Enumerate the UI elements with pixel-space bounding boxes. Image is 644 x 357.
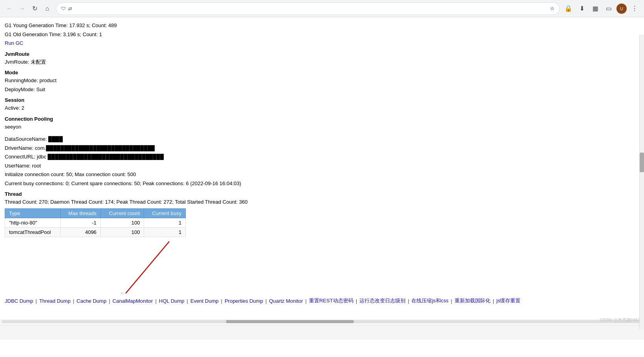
table-cell-max: 4096 bbox=[60, 227, 100, 237]
reload-button[interactable]: ↻ bbox=[29, 3, 40, 14]
run-gc-link[interactable]: Run GC bbox=[5, 39, 639, 47]
link-separator: | bbox=[451, 298, 452, 304]
bottom-link-item: 运行态改变日志级别| bbox=[359, 297, 411, 304]
bottom-link-item: 在线压缩js和css| bbox=[411, 297, 454, 304]
current-connections: Current busy connections: 0; Current spa… bbox=[5, 180, 639, 188]
bottom-link-anchor[interactable]: js缓存重置 bbox=[496, 297, 520, 304]
browser-toolbar: ← → ↻ ⌂ 🛡 ⇄ 192.168.43.██████████ ngr/mo… bbox=[0, 0, 644, 17]
link-separator: | bbox=[35, 298, 37, 304]
security-icon: 🛡 bbox=[61, 6, 66, 11]
deploy-mode: DeployMode: Suit bbox=[5, 86, 639, 94]
jvm-route-header: JvmRoute bbox=[5, 51, 639, 57]
link-separator: | bbox=[408, 298, 409, 304]
bottom-link-item: HQL Dump| bbox=[159, 298, 191, 304]
bottom-link-anchor[interactable]: 重新加载国际化 bbox=[455, 297, 490, 304]
horizontal-scrollbar[interactable] bbox=[0, 319, 644, 324]
toolbar-right: 🔒 ⬇ ▦ ▭ U ⋮ bbox=[563, 3, 640, 14]
link-separator: | bbox=[155, 298, 156, 304]
col-type: Type bbox=[5, 208, 61, 218]
session-active: Active: 2 bbox=[5, 104, 639, 112]
driver-name: DriverName: com.████████████████████████… bbox=[5, 144, 639, 152]
username: UserName: root bbox=[5, 162, 639, 170]
col-max-threads: Max threads bbox=[60, 208, 100, 218]
home-button[interactable]: ⌂ bbox=[42, 3, 53, 14]
watermark-text: CSDN @杰克逊2450 bbox=[600, 317, 640, 323]
link-separator: | bbox=[493, 298, 494, 304]
g1-young-line: G1 Young Generation Time: 17.932 s; Coun… bbox=[5, 22, 639, 29]
scrollbar-thumb[interactable] bbox=[226, 320, 354, 323]
back-button[interactable]: ← bbox=[4, 3, 15, 14]
bottom-link-item: 重置REST动态密码| bbox=[309, 297, 359, 304]
bottom-link-item: Event Dump| bbox=[191, 298, 225, 304]
init-count: Initialize connection count: 50; Max con… bbox=[5, 171, 639, 178]
menu-icon[interactable]: ⋮ bbox=[629, 3, 640, 14]
bottom-link-anchor[interactable]: Thread Dump bbox=[39, 298, 70, 304]
bottom-link-item: CanalMapMonitor| bbox=[113, 298, 159, 304]
extensions-icon[interactable]: ▦ bbox=[590, 3, 601, 14]
tab-layout-icon[interactable]: ▭ bbox=[603, 3, 614, 14]
bottom-link-anchor[interactable]: Quartz Monitor bbox=[269, 298, 303, 304]
seeyon-label: seeyon bbox=[5, 123, 639, 131]
link-separator: | bbox=[305, 298, 307, 304]
vertical-scrollbar-thumb[interactable] bbox=[640, 153, 644, 172]
link-separator: | bbox=[265, 298, 266, 304]
download-icon[interactable]: ⬇ bbox=[576, 3, 587, 14]
link-separator: | bbox=[187, 298, 188, 304]
table-cell-max: -1 bbox=[60, 218, 100, 227]
link-separator: | bbox=[221, 298, 222, 304]
bottom-link-anchor[interactable]: CanalMapMonitor bbox=[113, 298, 153, 304]
link-separator: | bbox=[109, 298, 110, 304]
link-separator: | bbox=[356, 298, 357, 304]
bottom-link-anchor[interactable]: Event Dump bbox=[191, 298, 219, 304]
datasource-name: DataSourceName: ████ bbox=[5, 135, 639, 143]
bottom-link-anchor[interactable]: HQL Dump bbox=[159, 298, 185, 304]
table-cell-type: tomcatThreadPool bbox=[5, 227, 61, 237]
col-current-count: Current count bbox=[101, 208, 144, 218]
table-cell-busy: 1 bbox=[144, 227, 186, 237]
address-bar[interactable]: 🛡 ⇄ 192.168.43.██████████ ngr/monitor/st… bbox=[56, 2, 560, 15]
session-header: Session bbox=[5, 97, 639, 103]
bottom-link-anchor[interactable]: Properties Dump bbox=[225, 298, 263, 304]
link-separator: | bbox=[73, 298, 74, 304]
table-cell-busy: 1 bbox=[144, 218, 186, 227]
vertical-scrollbar[interactable] bbox=[639, 35, 644, 329]
scrollbar-track bbox=[2, 320, 642, 323]
connect-url: ConnectURL: jdbc ███████████████████████… bbox=[5, 153, 639, 161]
bottom-link-item: js缓存重置 bbox=[496, 297, 520, 304]
bottom-link-anchor[interactable]: JDBC Dump bbox=[5, 298, 33, 304]
status-bar: CSDN @杰克逊2450 bbox=[0, 325, 644, 340]
bottom-link-anchor[interactable]: Cache Dump bbox=[77, 298, 107, 304]
col-current-busy: Current busy bbox=[144, 208, 186, 218]
bottom-link-item: Properties Dump| bbox=[225, 298, 269, 304]
g1-old-line: G1 Old Generation Time: 3.196 s; Count: … bbox=[5, 31, 639, 39]
bottom-link-anchor[interactable]: 运行态改变日志级别 bbox=[359, 297, 405, 304]
avatar[interactable]: U bbox=[616, 4, 627, 14]
bottom-link-anchor[interactable]: 重置REST动态密码 bbox=[309, 297, 353, 304]
bookmark-icon[interactable]: ☆ bbox=[550, 6, 555, 11]
bottom-link-anchor[interactable]: 在线压缩js和css bbox=[411, 297, 448, 304]
jvm-route-value: JvmRoute: 未配置 bbox=[5, 58, 639, 66]
thread-table: Type Max threads Current count Current b… bbox=[5, 208, 186, 237]
running-mode: RunningMode: product bbox=[5, 77, 639, 85]
browser-window: ← → ↻ ⌂ 🛡 ⇄ 192.168.43.██████████ ngr/mo… bbox=[0, 0, 644, 357]
connection-pooling-header: Connection Pooling bbox=[5, 116, 639, 122]
thread-summary: Thread Count: 270; Daemon Thread Count: … bbox=[5, 198, 639, 206]
url-input[interactable]: 192.168.43.██████████ ngr/monitor/status… bbox=[74, 6, 548, 11]
bottom-link-item: 重新加载国际化| bbox=[455, 297, 496, 304]
table-row: tomcatThreadPool40961001 bbox=[5, 227, 186, 237]
bottom-link-item: Thread Dump| bbox=[39, 298, 77, 304]
page-content: G1 Young Generation Time: 17.932 s; Coun… bbox=[0, 17, 644, 340]
table-cell-current: 100 bbox=[101, 227, 144, 237]
run-gc-anchor[interactable]: Run GC bbox=[5, 40, 23, 46]
table-cell-type: "http-nio-80" bbox=[5, 218, 61, 227]
bottom-links-bar: JDBC Dump|Thread Dump|Cache Dump|CanalMa… bbox=[0, 293, 644, 308]
forward-button[interactable]: → bbox=[17, 3, 28, 14]
nav-buttons: ← → ↻ ⌂ bbox=[4, 3, 53, 14]
bottom-link-item: Quartz Monitor| bbox=[269, 298, 309, 304]
table-cell-current: 100 bbox=[101, 218, 144, 227]
share-icon: ⇄ bbox=[68, 6, 72, 11]
bottom-link-item: Cache Dump| bbox=[77, 298, 113, 304]
mode-header: Mode bbox=[5, 70, 639, 75]
shield-icon[interactable]: 🔒 bbox=[563, 3, 574, 14]
bottom-link-item: JDBC Dump| bbox=[5, 298, 39, 304]
